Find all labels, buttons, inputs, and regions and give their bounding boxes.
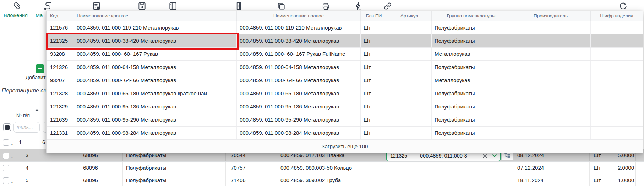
row-checkbox[interactable] (3, 177, 9, 184)
col-header-base-unit[interactable]: Баз.ЕИ (361, 11, 387, 21)
paperclip-icon[interactable] (12, 1, 22, 11)
num-column-header[interactable]: № п/п (16, 112, 30, 118)
cell-group: Полуфабрикаты (432, 87, 511, 100)
dropdown-row[interactable]: 121328 000.4859. 011.000-65-180 Металлор… (47, 87, 643, 100)
cell-short-name: 000.4859. 011.000-95-136 Металлорукав (73, 100, 237, 113)
cell-code: 121576 (47, 21, 73, 34)
combobox-code-field[interactable]: 121325 (387, 153, 417, 159)
cell-short-name: 000.4859. 011.000-119-210 Металлорукав (73, 21, 237, 34)
drag-dots-icon[interactable]: .. (11, 166, 14, 171)
cell-code: 121325 (47, 34, 73, 47)
filter-input-num[interactable] (13, 122, 40, 133)
list-card-icon[interactable] (92, 1, 101, 11)
cell-unit: Шт (361, 21, 387, 34)
cell-cipher (591, 74, 643, 87)
select-all-checkbox[interactable] (3, 123, 11, 131)
cell-cipher (591, 61, 643, 74)
dropdown-row[interactable]: 121331 000.4859. 011.000-98-284 Металлор… (47, 127, 643, 140)
cell-cipher (591, 87, 643, 100)
dropdown-row[interactable]: 121329 000.4859. 011.000-95-136 Металлор… (47, 100, 643, 113)
save-icon[interactable] (137, 1, 147, 11)
cell-code: 93208 (47, 48, 73, 60)
add-button[interactable] (36, 64, 44, 73)
cell-code: 121329 (47, 100, 73, 113)
dropdown-row[interactable]: 93207 000.4859. 011.000- 64- 66 Металлор… (47, 74, 643, 87)
attachments-tab-label[interactable]: Вложения (4, 12, 28, 18)
date-value: 07.12.2024 (517, 162, 544, 174)
cell-full-name: 000.4859. 011.000-38-420 Металлорукав (237, 34, 361, 47)
col-header-code[interactable]: Код (47, 11, 73, 21)
cell-code: 121331 (47, 127, 73, 139)
cell-short-name: 000.4859. 011.000-95-290 Металлорукав (73, 113, 237, 126)
cell-short-name: 000.4859. 011.000-65-180 Металлорукав кр… (73, 87, 237, 100)
cell-cipher (591, 21, 643, 34)
cell-full-name: 000.4859. 011.000- 60- 167 Рукав FullNam… (237, 48, 361, 60)
dropdown-row[interactable]: 121326 000.4859. 011.000-64-158 Металлор… (47, 61, 643, 74)
dropdown-row[interactable]: 121639 000.4859. 011.000-95-290 Металлор… (47, 113, 643, 127)
combobox-name-field[interactable]: 000.4859. 011.000-3 (420, 153, 481, 159)
load-more-button[interactable]: Загрузить еще 100 (47, 140, 643, 153)
drag-dots-icon[interactable]: .. (11, 154, 14, 159)
cell-full-name: 000.4859. 011.000-119-210 Металлорукав (237, 21, 361, 34)
cell-manufacturer (511, 61, 591, 74)
cell-group: Полуфабрикаты (432, 21, 511, 34)
sort-asc-icon[interactable] (35, 109, 39, 111)
cell-manufacturer (511, 100, 591, 113)
col-header-short-name[interactable]: Наименование краткое (73, 11, 237, 21)
cell-article (387, 21, 432, 34)
table-row-5[interactable]: .. 5 68096 Полуфабрикаты 71406 000.4859.… (0, 174, 644, 186)
col-header-group[interactable]: Группа номенклатуры (432, 11, 511, 21)
dropdown-row[interactable]: 121576 000.4859. 011.000-119-210 Металло… (47, 21, 643, 34)
item-name: 000.4859. 369.002 Труба (280, 174, 357, 186)
cell-unit: Шт (361, 48, 387, 60)
cell-short-name: 000.4859. 011.000-64-158 Металлорукав (73, 61, 237, 74)
cell-unit: Шт (361, 87, 387, 100)
cell-cipher (591, 100, 643, 113)
cell-manufacturer (511, 74, 591, 87)
cell-article (387, 113, 432, 126)
org-code: 68096 (59, 174, 122, 186)
row-checkbox[interactable] (3, 165, 9, 171)
cell-article (387, 100, 432, 113)
door-icon[interactable] (234, 1, 243, 11)
cell-group: Полуфабрикаты (432, 127, 511, 139)
cell-unit: Шт (361, 34, 387, 47)
cell-article (387, 34, 432, 47)
row-checkbox[interactable] (3, 139, 9, 146)
qty-value: 1.0000 (568, 174, 634, 186)
copy-icon[interactable] (277, 1, 286, 11)
printer-icon[interactable] (321, 1, 331, 11)
nomenclature-dropdown-panel: Код Наименование краткое Наименование по… (46, 11, 643, 153)
cell-short-name: 000.4859. 011.000-38-420 Металлорукав (73, 34, 237, 47)
col-header-manufacturer[interactable]: Производитель (511, 11, 591, 21)
route-icon[interactable] (43, 1, 53, 11)
drag-dots-icon[interactable]: .. (11, 141, 14, 146)
item-code: 71406 (231, 174, 246, 186)
cell-full-name: 000.4859. 011.000- 64- 66 Металлорукав (237, 74, 361, 87)
cell-manufacturer (511, 48, 591, 60)
drag-dots-icon[interactable]: .. (11, 179, 14, 184)
drag-files-hint: Перетащите сю (2, 87, 48, 94)
cell-unit: Шт (361, 61, 387, 74)
refresh-icon[interactable] (618, 1, 628, 11)
link-icon[interactable] (383, 1, 392, 11)
table-row-4[interactable]: .. 4 68096 Полуфабрикаты 70757 000.4859.… (0, 161, 644, 174)
col-header-article[interactable]: Артикул (387, 11, 432, 21)
col-header-full-name[interactable]: Наименование полное (237, 11, 361, 21)
cell-full-name: 000.4859. 011.000-95-290 Металлорукав (237, 113, 361, 126)
lightning-icon[interactable] (353, 1, 362, 11)
cell-full-name: 000.4859. 011.000-64-158 Металлорукав (237, 61, 361, 74)
dropdown-row[interactable]: 93208 000.4859. 011.000- 60- 167 Рукав 0… (47, 48, 643, 61)
cell-unit: Шт (361, 100, 387, 113)
row-checkbox[interactable] (3, 153, 9, 159)
cell-group: Полуфабрикаты (432, 113, 511, 126)
qty-value: 2.0000 (568, 162, 634, 174)
cell-full-name: 000.4859. 011.000-98-284 Металлорукав (237, 127, 361, 139)
row-number: 3 (26, 149, 28, 161)
org-code: 68096 (59, 162, 122, 174)
cell-code: 93207 (47, 74, 73, 87)
routes-tab-label[interactable]: Ма (36, 12, 43, 18)
col-header-cipher[interactable]: Шифр изделия (591, 11, 643, 21)
dropdown-row[interactable]: 121325 000.4859. 011.000-38-420 Металлор… (47, 34, 643, 48)
panel-icon[interactable] (168, 1, 178, 11)
